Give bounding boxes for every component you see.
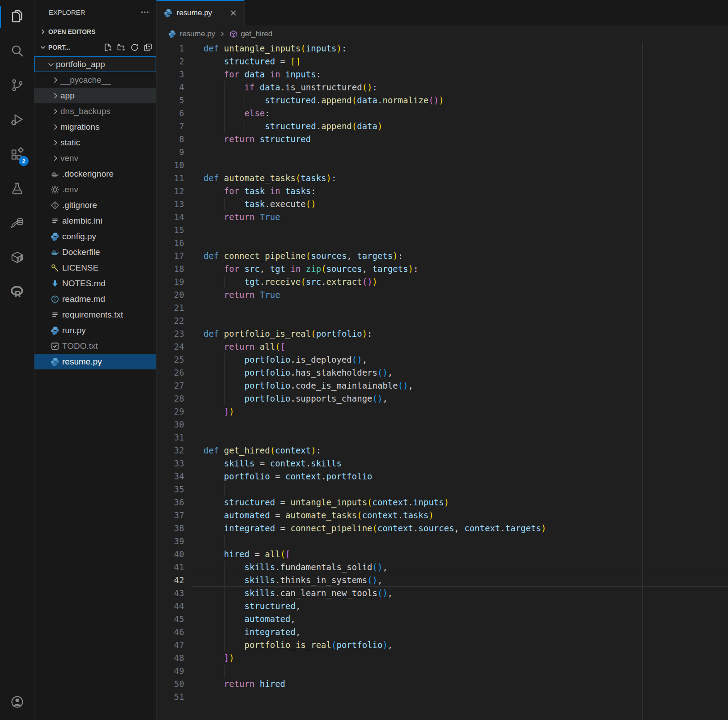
tree-item-dockerignore[interactable]: .dockerignore (34, 166, 156, 182)
code-line-36[interactable]: 36 structured = untangle_inputs(context.… (157, 496, 728, 509)
code-line-5[interactable]: 5 structured.append(data.normalize()) (157, 94, 728, 107)
code-line-3[interactable]: 3 for data in inputs: (157, 68, 728, 81)
code-line-22[interactable]: 22 (157, 314, 728, 327)
code-line-15[interactable]: 15 (157, 224, 728, 237)
code-line-34[interactable]: 34 portfolio = context.portfolio (157, 470, 728, 483)
activity-item-extensions[interactable]: 2 (0, 138, 34, 172)
tree-item-app[interactable]: app (34, 88, 156, 103)
code-line-content: skills.can_learn_new_tools(), (192, 587, 728, 600)
code-line-51[interactable]: 51 (157, 690, 728, 703)
tree-item-config-py[interactable]: config.py (34, 229, 156, 244)
tree-item-todo-txt[interactable]: TODO.txt (34, 338, 156, 354)
code-line-40[interactable]: 40 hired = all([ (157, 548, 728, 561)
activity-item-testing[interactable] (0, 172, 34, 207)
tree-item-notes-md[interactable]: NOTES.md (34, 275, 156, 291)
code-line-50[interactable]: 50 return hired (157, 678, 728, 690)
tab-resume-py[interactable]: resume.py (157, 0, 245, 25)
more-actions-icon[interactable] (140, 7, 150, 17)
breadcrumb-symbol[interactable]: get_hired (241, 30, 272, 38)
tree-item-migrations[interactable]: migrations (34, 119, 156, 135)
tree-item-alembic-ini[interactable]: alembic.ini (34, 213, 156, 229)
tree-item-readme-md[interactable]: readme.md (34, 291, 156, 307)
project-section[interactable]: PORT... (34, 39, 156, 55)
code-line-26[interactable]: 26 portfolio.has_stakeholders(), (157, 366, 728, 379)
tree-item-static[interactable]: static (34, 135, 156, 150)
activity-item-source-control[interactable] (0, 69, 34, 103)
code-line-46[interactable]: 46 integrated, (157, 626, 728, 639)
code-line-11[interactable]: 11def automate_tasks(tasks): (157, 172, 728, 185)
code-line-42[interactable]: 42 skills.thinks_in_systems(), (157, 574, 728, 587)
tree-item-resume-py[interactable]: resume.py (34, 354, 156, 369)
new-folder-icon[interactable] (117, 43, 126, 52)
code-line-35[interactable]: 35 (157, 483, 728, 496)
refresh-icon[interactable] (130, 43, 139, 52)
code-line-14[interactable]: 14 return True (157, 211, 728, 224)
code-line-8[interactable]: 8 return structured (157, 133, 728, 146)
tree-item-pycache[interactable]: __pycache__ (34, 72, 156, 88)
code-line-32[interactable]: 32def get_hired(context): (157, 444, 728, 457)
tree-item-label: static (60, 138, 80, 148)
code-line-16[interactable]: 16 (157, 237, 728, 250)
code-editor[interactable]: 1def untangle_inputs(inputs):2 structure… (157, 42, 728, 720)
code-text: for data in inputs: (203, 69, 321, 79)
code-line-2[interactable]: 2 structured = [] (157, 55, 728, 68)
code-line-45[interactable]: 45 automated, (157, 613, 728, 626)
tree-item-requirements-txt[interactable]: requirements.txt (34, 307, 156, 322)
breadcrumb-file[interactable]: resume.py (180, 30, 215, 38)
code-line-24[interactable]: 24 return all([ (157, 340, 728, 353)
tree-item-venv[interactable]: venv (34, 150, 156, 166)
code-line-23[interactable]: 23def portfolio_is_real(portfolio): (157, 327, 728, 340)
code-line-49[interactable]: 49 (157, 665, 728, 678)
code-line-31[interactable]: 31 (157, 431, 728, 444)
activity-item-r-language[interactable]: R (0, 275, 34, 310)
code-line-47[interactable]: 47 portfolio_is_real(portfolio), (157, 639, 728, 652)
code-line-33[interactable]: 33 skills = context.skills (157, 457, 728, 470)
activity-item-containers[interactable] (0, 241, 34, 275)
code-line-13[interactable]: 13 task.execute() (157, 198, 728, 211)
code-line-27[interactable]: 27 portfolio.code_is_maintainable(), (157, 379, 728, 392)
code-text: def untangle_inputs(inputs): (203, 43, 347, 53)
code-line-37[interactable]: 37 automated = automate_tasks(context.ta… (157, 509, 728, 522)
code-line-30[interactable]: 30 (157, 418, 728, 431)
collapse-all-icon[interactable] (144, 43, 152, 52)
activity-item-mysql[interactable] (0, 207, 34, 241)
code-line-28[interactable]: 28 portfolio.supports_change(), (157, 392, 728, 405)
code-line-17[interactable]: 17def connect_pipeline(sources, targets)… (157, 250, 728, 263)
tree-item-dockerfile[interactable]: Dockerfile (34, 244, 156, 260)
info-icon (51, 295, 59, 304)
code-line-20[interactable]: 20 return True (157, 288, 728, 301)
open-editors-section[interactable]: OPEN EDITORS (34, 24, 156, 39)
code-line-21[interactable]: 21 (157, 301, 728, 314)
activity-bar-bottom (0, 686, 34, 720)
code-line-39[interactable]: 39 (157, 535, 728, 548)
code-line-12[interactable]: 12 for task in tasks: (157, 185, 728, 198)
code-line-9[interactable]: 9 (157, 146, 728, 159)
code-line-10[interactable]: 10 (157, 159, 728, 172)
activity-item-search[interactable] (0, 34, 34, 69)
code-line-29[interactable]: 29 ]) (157, 405, 728, 418)
code-line-38[interactable]: 38 integrated = connect_pipeline(context… (157, 522, 728, 535)
tree-item-run-py[interactable]: run.py (34, 322, 156, 338)
code-line-44[interactable]: 44 structured, (157, 600, 728, 613)
close-icon[interactable] (229, 8, 238, 17)
arrow-down-icon (51, 279, 59, 288)
code-line-41[interactable]: 41 skills.fundamentals_solid(), (157, 561, 728, 574)
code-line-18[interactable]: 18 for src, tgt in zip(sources, targets)… (157, 263, 728, 275)
code-line-19[interactable]: 19 tgt.receive(src.extract()) (157, 275, 728, 288)
code-line-7[interactable]: 7 structured.append(data) (157, 120, 728, 133)
tree-item-license[interactable]: LICENSE (34, 260, 156, 275)
code-line-25[interactable]: 25 portfolio.is_deployed(), (157, 353, 728, 366)
activity-item-account[interactable] (0, 686, 34, 720)
new-file-icon[interactable] (103, 43, 112, 52)
code-line-48[interactable]: 48 ]) (157, 652, 728, 665)
code-line-1[interactable]: 1def untangle_inputs(inputs): (157, 42, 728, 55)
code-line-4[interactable]: 4 if data.is_unstructured(): (157, 81, 728, 94)
code-line-6[interactable]: 6 else: (157, 107, 728, 120)
tree-item-gitignore[interactable]: .gitignore (34, 197, 156, 213)
code-line-43[interactable]: 43 skills.can_learn_new_tools(), (157, 587, 728, 600)
tree-item-dns-backups[interactable]: dns_backups (34, 103, 156, 119)
tree-item-env[interactable]: .env (34, 182, 156, 197)
activity-item-explorer[interactable] (0, 0, 34, 34)
activity-item-run-and-debug[interactable] (0, 103, 34, 138)
tree-item-portfolio-app[interactable]: portfolio_app (34, 56, 156, 72)
